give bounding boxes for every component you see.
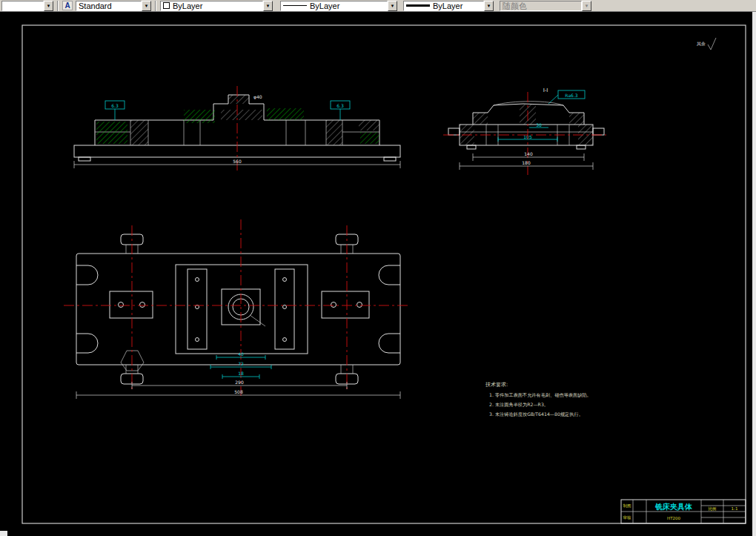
svg-text:6.3: 6.3 [111, 103, 119, 108]
highlight-hatch [360, 132, 379, 144]
tech-req-item: 1. 零件加工表面不允许有毛刺、碰伤等表面缺陷。 [489, 392, 591, 398]
text-style-combo-field[interactable]: Standard [76, 1, 142, 11]
linetype-combo-field[interactable]: ByLayer [280, 1, 388, 11]
toolbar-separator [57, 1, 59, 11]
linetype-combo-value: ByLayer [310, 1, 339, 10]
svg-text:140: 140 [524, 151, 533, 156]
svg-text:40: 40 [238, 351, 244, 357]
title-block: 制图 审核 铣床夹具体 HT200 比例 1:1 [621, 500, 746, 523]
sheet-frame [22, 25, 746, 523]
linetype-sample-icon [283, 5, 307, 6]
lineweight-combo[interactable]: ByLayer ▼ [403, 1, 494, 11]
svg-text:30: 30 [536, 122, 542, 128]
scale-label: 比例 [709, 506, 717, 512]
toolbar-separator [155, 1, 156, 11]
color-combo-field[interactable]: ByLayer [160, 1, 263, 11]
tech-req-item: 3. 未注铸造斜度按GB/T6414—80规定执行。 [489, 411, 583, 417]
svg-text:180: 180 [522, 160, 531, 165]
surface-finish-flag: 6.3 [331, 101, 350, 120]
highlight-hatch [96, 122, 127, 144]
svg-text:560: 560 [233, 159, 242, 164]
part-name: 铣床夹具体 [654, 503, 693, 511]
svg-text:φ40: φ40 [253, 94, 262, 100]
svg-text:290: 290 [235, 380, 244, 385]
color-swatch [163, 2, 170, 9]
layer-combo[interactable]: ▼ [1, 1, 53, 11]
front-section-view: 6.3 6.3 560 φ40 [74, 86, 400, 171]
tech-req-item: 2. 未注圆角半径为R2—R3。 [489, 402, 548, 408]
hatch-section [359, 120, 379, 130]
chevron-down-icon[interactable]: ▼ [484, 1, 494, 11]
lineweight-sample-icon [406, 4, 430, 7]
svg-text:508: 508 [234, 389, 243, 394]
dimension: 140 180 [460, 151, 593, 170]
plot-style-combo: 随颜色 ▼ [500, 1, 591, 11]
technical-requirements: 技术要求: 1. 零件加工表面不允许有毛刺、碰伤等表面缺陷。 2. 未注圆角半径… [485, 382, 591, 417]
svg-text:Ra6.3: Ra6.3 [565, 93, 577, 98]
tech-req-title: 技术要求: [485, 382, 508, 388]
surface-finish-flag: Ra6.3 [548, 90, 585, 104]
hatch-section [473, 113, 488, 125]
svg-text:72: 72 [238, 361, 244, 366]
plot-style-combo-field: 随颜色 [500, 1, 582, 11]
text-style-combo-value: Standard [79, 1, 112, 10]
highlight-hatch [267, 108, 304, 120]
roughness-corner-note: 其余 [697, 38, 716, 50]
linetype-combo[interactable]: ByLayer ▼ [280, 1, 397, 11]
title-block-row1-label: 制图 [623, 503, 631, 509]
text-style-combo[interactable]: Standard ▼ [76, 1, 151, 11]
chevron-down-icon[interactable]: ▼ [142, 1, 151, 11]
layer-combo-field[interactable] [1, 1, 44, 11]
scrollbar-corner [0, 531, 7, 536]
side-section-view: I-I Ra6.3 105 30 140 [443, 87, 606, 175]
hatch-section [130, 120, 148, 145]
color-combo-value: ByLayer [173, 1, 202, 10]
text-style-icon[interactable]: A [62, 1, 73, 10]
chevron-down-icon[interactable]: ▼ [44, 1, 53, 11]
lineweight-combo-value: ByLayer [433, 1, 462, 10]
lineweight-combo-field[interactable]: ByLayer [403, 1, 484, 11]
hatch-section [228, 95, 249, 104]
chevron-down-icon[interactable]: ▼ [388, 1, 397, 11]
color-combo[interactable]: ByLayer ▼ [160, 1, 273, 11]
vertical-scrollbar[interactable] [752, 12, 756, 536]
svg-text:6.3: 6.3 [336, 103, 344, 108]
chevron-down-icon[interactable]: ▼ [263, 1, 273, 11]
scale-value: 1:1 [732, 506, 738, 511]
drawing-canvas[interactable]: 其余 6.3 6.3 [0, 12, 752, 536]
dimension: 290 508 [76, 380, 400, 399]
section-label: I-I [543, 87, 548, 93]
highlight-hatch [184, 110, 215, 123]
chevron-down-icon: ▼ [582, 1, 591, 11]
hatch-section [326, 120, 342, 145]
properties-toolbar: ▼ A Standard ▼ ByLayer ▼ ByLayer ▼ ByLay… [0, 0, 756, 12]
roughness-symbol-icon [708, 38, 716, 50]
svg-text:18: 18 [238, 371, 244, 376]
roughness-label: 其余 [697, 41, 706, 47]
plot-style-combo-value: 随颜色 [503, 1, 527, 10]
hatch-section [221, 110, 262, 120]
surface-finish-flag: 6.3 [105, 101, 125, 120]
material: HT200 [667, 516, 680, 520]
hatch-section [569, 113, 584, 125]
plan-view: 40 72 18 290 508 [64, 219, 411, 399]
title-block-row2-label: 审核 [623, 515, 632, 520]
highlight-hatch [121, 351, 144, 371]
